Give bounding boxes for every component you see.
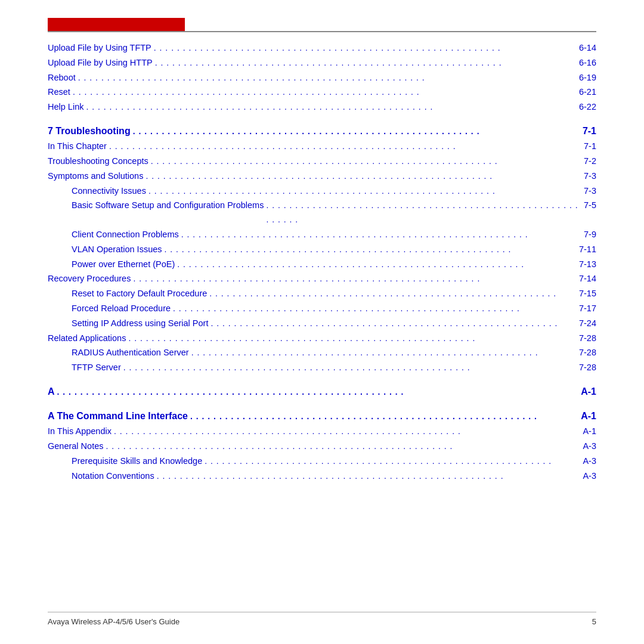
toc-entry[interactable]: Symptoms and Solutions . . . . . . . . .… [48,169,596,184]
toc-dots: . . . . . . . . . . . . . . . . . . . . … [57,385,579,400]
toc-page: 7-3 [584,169,596,184]
toc-page: 7-24 [579,316,596,331]
toc-entry[interactable]: Help Link . . . . . . . . . . . . . . . … [48,100,596,114]
toc-entry[interactable]: Upload File by Using HTTP . . . . . . . … [48,55,596,70]
toc-entry[interactable]: Troubleshooting Concepts . . . . . . . .… [48,154,596,169]
toc-dots: . . . . . . . . . . . . . . . . . . . . … [191,346,577,360]
toc-page: 7-28 [579,360,596,375]
toc-entry[interactable]: A The Command Line Interface . . . . . .… [48,408,596,424]
toc-label: 7 Troubleshooting [48,123,131,139]
toc-page: 7-3 [584,184,596,199]
toc-entry[interactable]: General Notes . . . . . . . . . . . . . … [48,439,596,454]
toc-dots: . . . . . . . . . . . . . . . . . . . . … [266,199,581,227]
toc-entry[interactable]: Power over Ethernet (PoE) . . . . . . . … [48,257,596,272]
toc-entry[interactable]: Prerequisite Skills and Knowledge . . . … [48,454,596,469]
toc-page: A-3 [583,439,596,454]
toc-label: Upload File by Using TFTP [48,41,151,55]
toc-page: 7-28 [579,345,596,360]
toc-page: 6-16 [579,55,596,70]
red-bar [48,18,185,31]
toc-label: Client Connection Problems [72,227,179,242]
toc-page: 7-13 [579,257,596,272]
toc-label: Symptoms and Solutions [48,169,143,184]
toc-entry[interactable]: Reset . . . . . . . . . . . . . . . . . … [48,85,596,100]
toc-entry[interactable]: Forced Reload Procedure . . . . . . . . … [48,301,596,316]
toc-label: Upload File by Using HTTP [48,55,153,70]
toc-page: 7-28 [579,331,596,346]
toc-page: 6-21 [579,85,596,100]
toc-dots: . . . . . . . . . . . . . . . . . . . . … [128,332,577,346]
toc-entry[interactable]: Reset to Factory Default Procedure . . .… [48,286,596,301]
toc-entry[interactable]: Related Applications . . . . . . . . . .… [48,331,596,346]
toc-dots: . . . . . . . . . . . . . . . . . . . . … [109,140,581,154]
toc-page: 7-9 [584,227,596,242]
page: Upload File by Using TFTP . . . . . . . … [0,0,644,644]
toc-label: Forced Reload Procedure [72,301,171,316]
toc-dots: . . . . . . . . . . . . . . . . . . . . … [114,425,580,439]
toc-page: 7-1 [584,139,596,154]
toc-entry[interactable]: Upload File by Using TFTP . . . . . . . … [48,41,596,55]
toc-label: RADIUS Authentication Server [72,345,189,360]
toc-dots: . . . . . . . . . . . . . . . . . . . . … [133,272,577,286]
toc-label: A [48,383,55,400]
footer: Avaya Wireless AP-4/5/6 User's Guide 5 [48,612,596,626]
toc-label: Setting IP Address using Serial Port [72,316,208,331]
toc-label: Connectivity Issues [72,184,146,199]
toc-entry[interactable]: Recovery Procedures . . . . . . . . . . … [48,271,596,286]
toc-page: 7-17 [579,301,596,316]
toc-entry[interactable]: RADIUS Authentication Server . . . . . .… [48,345,596,360]
toc-entry[interactable]: Setting IP Address using Serial Port . .… [48,316,596,331]
toc-entry[interactable]: Reboot . . . . . . . . . . . . . . . . .… [48,70,596,85]
toc-page: A-1 [581,383,596,400]
toc-page: 7-2 [584,154,596,169]
toc-page: A-3 [583,454,596,469]
toc-dots: . . . . . . . . . . . . . . . . . . . . … [155,56,577,70]
toc-label: Troubleshooting Concepts [48,154,148,169]
toc-page: A-3 [583,469,596,484]
toc-page: 7-11 [579,242,596,257]
toc-label: Reboot [48,70,76,85]
toc-page: 7-14 [579,271,596,286]
toc-page: 6-22 [579,100,596,114]
toc-label: General Notes [48,439,104,454]
top-line [48,31,596,32]
toc-page: 6-19 [579,70,596,85]
toc-dots: . . . . . . . . . . . . . . . . . . . . … [148,184,581,199]
toc-label: Notation Conventions [72,469,154,484]
toc-label: Reset to Factory Default Procedure [72,286,207,301]
toc-dots: . . . . . . . . . . . . . . . . . . . . … [123,361,577,375]
toc-entry[interactable]: Client Connection Problems . . . . . . .… [48,227,596,242]
toc-entry[interactable]: VLAN Operation Issues . . . . . . . . . … [48,242,596,257]
toc-dots: . . . . . . . . . . . . . . . . . . . . … [154,41,577,55]
toc-entry[interactable]: In This Chapter . . . . . . . . . . . . … [48,139,596,154]
toc-entry[interactable]: 7 Troubleshooting . . . . . . . . . . . … [48,123,596,139]
toc-label: TFTP Server [72,360,121,375]
toc-label: Basic Software Setup and Configuration P… [72,198,264,213]
toc-dots: . . . . . . . . . . . . . . . . . . . . … [210,317,577,331]
toc-label: Related Applications [48,331,126,346]
toc-label: Help Link [48,100,83,114]
toc-entry[interactable]: Notation Conventions . . . . . . . . . .… [48,469,596,484]
toc-label: Reset [48,85,70,100]
toc-dots: . . . . . . . . . . . . . . . . . . . . … [181,228,581,242]
toc-entry[interactable]: Basic Software Setup and Configuration P… [48,198,596,227]
toc-page: 6-14 [579,41,596,55]
toc-dots: . . . . . . . . . . . . . . . . . . . . … [157,469,581,484]
toc-dots: . . . . . . . . . . . . . . . . . . . . … [106,439,581,454]
toc-label: In This Appendix [48,424,112,439]
toc-label: Power over Ethernet (PoE) [72,257,175,272]
footer-left: Avaya Wireless AP-4/5/6 User's Guide [48,617,179,626]
toc-dots: . . . . . . . . . . . . . . . . . . . . … [78,71,577,85]
toc-entry[interactable]: A . . . . . . . . . . . . . . . . . . . … [48,383,596,400]
toc-dots: . . . . . . . . . . . . . . . . . . . . … [165,243,577,257]
toc-entry[interactable]: In This Appendix . . . . . . . . . . . .… [48,424,596,439]
toc-entry[interactable]: Connectivity Issues . . . . . . . . . . … [48,184,596,199]
toc-entry[interactable]: TFTP Server . . . . . . . . . . . . . . … [48,360,596,375]
toc-label: Prerequisite Skills and Knowledge [72,454,202,469]
toc-label: A The Command Line Interface [48,408,188,424]
toc-dots: . . . . . . . . . . . . . . . . . . . . … [133,125,580,139]
toc-dots: . . . . . . . . . . . . . . . . . . . . … [151,154,581,169]
toc-page: A-1 [583,424,596,439]
toc-dots: . . . . . . . . . . . . . . . . . . . . … [177,258,577,272]
toc-label: Recovery Procedures [48,271,131,286]
